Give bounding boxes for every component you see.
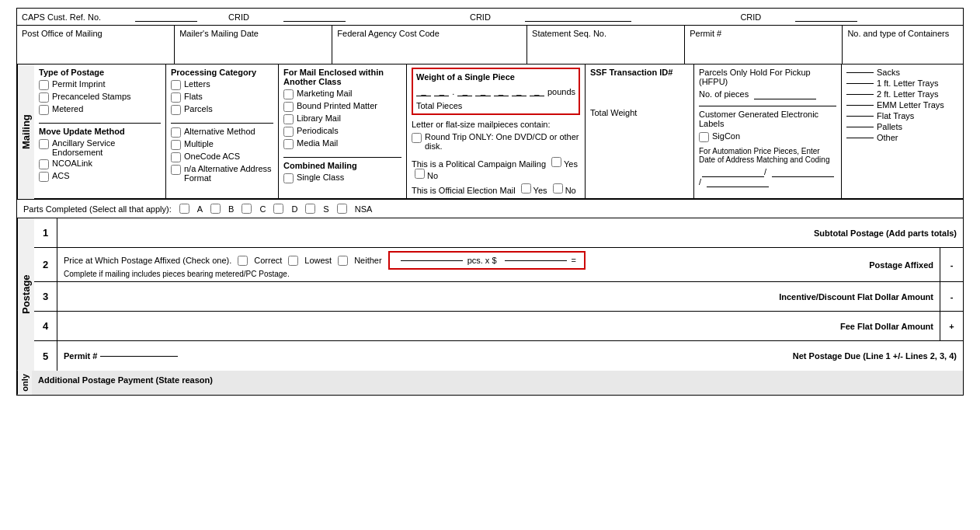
acs-cb[interactable]	[39, 172, 49, 182]
date-field2[interactable]	[772, 167, 834, 177]
dollar-field[interactable]	[505, 260, 567, 261]
caps-field[interactable]	[135, 12, 197, 22]
parts-s-cb[interactable]	[305, 204, 315, 214]
ssf-label: SSF Transaction ID#	[590, 68, 689, 77]
neither-cb[interactable]	[338, 256, 348, 266]
flats-cb[interactable]	[171, 92, 181, 103]
dvd-cb[interactable]	[412, 133, 422, 143]
lowest-cb[interactable]	[288, 256, 298, 266]
dvd-label: Round Trip ONLY: One DVD/CD or other dis…	[425, 132, 580, 151]
library-mail-cb[interactable]	[283, 114, 294, 124]
letter-flat-section: Letter or flat-size mailpieces contain: …	[412, 120, 580, 152]
permit-imprint-cb[interactable]	[39, 80, 49, 90]
automation-text: For Automation Price Pieces, Enter Date …	[699, 147, 836, 164]
parts-b-cb[interactable]	[210, 204, 221, 214]
media-mail-cb[interactable]	[283, 139, 294, 149]
sigcon-cb[interactable]	[699, 132, 709, 142]
fee-label: Fee Flat Dollar Amount	[840, 322, 933, 331]
library-mail-row: Library Mail	[283, 113, 401, 124]
library-mail-label: Library Mail	[297, 113, 341, 123]
sacks-field[interactable]	[846, 72, 874, 73]
pcs-field[interactable]	[401, 260, 463, 261]
postage-num-5: 5	[34, 341, 57, 371]
no-pieces-field[interactable]	[754, 89, 816, 99]
move-extras-section: Alternative Method Multiple OneCode ACS	[171, 123, 273, 184]
correct-cb[interactable]	[238, 256, 248, 266]
letters-label: Letters	[184, 79, 210, 89]
marketing-cb[interactable]	[283, 89, 294, 99]
flat-trays-line: Flat Trays	[846, 111, 946, 120]
pallets-field[interactable]	[846, 127, 874, 127]
flat-trays-field[interactable]	[846, 116, 874, 117]
ancillary-cb[interactable]	[39, 139, 49, 149]
pcs-label: pcs. x $	[467, 256, 497, 265]
political-yes-cb[interactable]	[551, 157, 561, 167]
bound-printed-cb[interactable]	[283, 102, 294, 112]
election-no-cb[interactable]	[553, 183, 563, 194]
election-no-area: No	[553, 186, 576, 195]
postage-label-2: Postage Affixed	[863, 248, 940, 281]
crid-field1[interactable]	[283, 12, 346, 22]
parts-c-cb[interactable]	[242, 204, 252, 214]
ssf-section: SSF Transaction ID# Total Weight	[590, 68, 689, 117]
for-mail-col: For Mail Enclosed within Another Class M…	[279, 65, 407, 198]
election-yes-cb[interactable]	[521, 183, 531, 194]
crid-field2[interactable]	[525, 12, 632, 22]
permit-field[interactable]	[100, 356, 178, 357]
equals-sign: =	[572, 256, 576, 265]
total-weight-label: Total Weight	[590, 108, 689, 117]
letter-2ft-label: 2 ft. Letter Trays	[877, 89, 938, 99]
parts-nsa-cb[interactable]	[337, 204, 347, 214]
date-field[interactable]	[702, 167, 764, 177]
other-field[interactable]	[846, 138, 874, 138]
parcels-section: Parcels Only Hold For Pickup (HFPU) No. …	[699, 68, 836, 99]
date-field3[interactable]	[707, 177, 769, 187]
crid-field3[interactable]	[795, 12, 857, 22]
postage-affixed-label: Postage Affixed	[869, 260, 933, 270]
single-class-cb[interactable]	[283, 173, 294, 183]
periodicals-cb[interactable]	[283, 127, 294, 137]
pallets-line: Pallets	[846, 122, 946, 131]
precanceled-row: Precanceled Stamps	[39, 92, 161, 103]
postage-label-1: Subtotal Postage (Add parts totals)	[808, 218, 963, 247]
onecode-cb[interactable]	[171, 152, 181, 162]
ncoa-row: NCOALink	[39, 159, 161, 169]
permit-imprint-label: Permit Imprint	[52, 79, 105, 89]
multiple-cb[interactable]	[171, 140, 181, 150]
letters-row: Letters	[171, 79, 273, 90]
precanceled-cb[interactable]	[39, 92, 49, 103]
postage-label-4: Fee Flat Dollar Amount	[834, 312, 940, 340]
postage-num-1: 1	[34, 218, 57, 247]
political-no-cb[interactable]	[415, 169, 425, 179]
letter-1ft-field[interactable]	[846, 83, 874, 84]
parts-d-cb[interactable]	[273, 204, 283, 214]
mailing-section: Mailing Type of Postage Permit Imprint P…	[17, 65, 963, 200]
incentive-label: Incentive/Discount Flat Dollar Amount	[779, 292, 933, 302]
type-postage-section: Type of Postage Permit Imprint Precancel…	[39, 68, 161, 117]
federal-agency-label: Federal Agency Cost Code	[337, 29, 439, 38]
weight-red-box: Weight of a Single Piece _ _ . _ _ _ _ _…	[412, 68, 580, 115]
price-subtext: Complete if mailing includes pieces bear…	[64, 270, 290, 278]
letter-2ft-field[interactable]	[846, 94, 874, 95]
parcels-cb[interactable]	[171, 105, 181, 115]
wt-d5: _	[494, 86, 509, 96]
political-no-area: No	[415, 171, 438, 180]
na-alt-cb[interactable]	[171, 165, 181, 175]
letters-cb[interactable]	[171, 80, 181, 90]
metered-cb[interactable]	[39, 105, 49, 115]
media-mail-label: Media Mail	[297, 138, 338, 148]
federal-agency-cell: Federal Agency Cost Code	[332, 26, 527, 64]
ncoa-label: NCOALink	[52, 159, 92, 168]
periodicals-row: Periodicals	[283, 126, 401, 137]
caps-row: CAPS Cust. Ref. No. CRID CRID CRID	[17, 9, 963, 26]
no-pieces-section: No. of pieces	[699, 89, 836, 99]
emm-field[interactable]	[846, 105, 874, 106]
alternative-cb[interactable]	[171, 127, 181, 138]
ncoa-cb[interactable]	[39, 159, 49, 169]
emm-label: EMM Letter Trays	[877, 100, 944, 110]
political-section: This is a Political Campaign Mailing Yes…	[412, 157, 580, 180]
parts-a-cb[interactable]	[179, 204, 189, 214]
no-type-cell: No. and type of Containers	[843, 26, 963, 64]
multiple-label: Multiple	[184, 139, 214, 148]
crid-label2: CRID	[470, 12, 491, 22]
